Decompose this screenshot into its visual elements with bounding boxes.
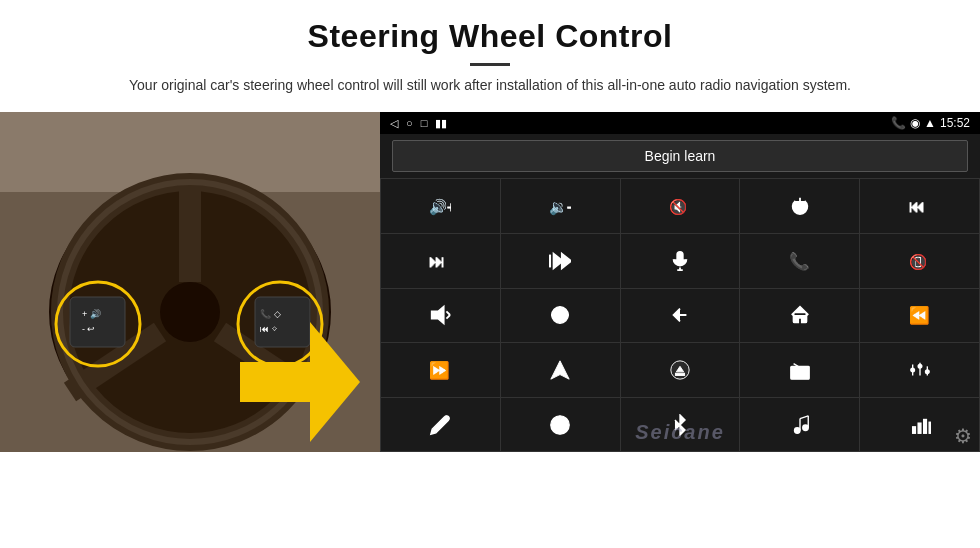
vol-up-button[interactable]: 🔊+ (381, 179, 500, 233)
vol-down-button[interactable]: 🔉- (501, 179, 620, 233)
music-button[interactable] (740, 398, 859, 452)
content-area: + 🔊 - ↩ 📞 ◇ ⏮ ◇ ◁ (0, 112, 980, 548)
steering-wheel-svg: + 🔊 - ↩ 📞 ◇ ⏮ ◇ (0, 112, 380, 452)
settings-circle-button[interactable] (501, 398, 620, 452)
radio-button[interactable] (740, 343, 859, 397)
recent-nav-icon[interactable]: □ (421, 117, 428, 129)
svg-rect-64 (918, 423, 921, 433)
gear-icon[interactable]: ⚙ (954, 424, 972, 448)
steering-wheel-panel: + 🔊 - ↩ 📞 ◇ ⏮ ◇ (0, 112, 380, 452)
title-divider (470, 63, 510, 66)
power-button[interactable] (740, 179, 859, 233)
prev-track-button[interactable]: ⏮ (860, 179, 979, 233)
horn-button[interactable] (381, 289, 500, 343)
rewind-button[interactable]: ⏪ (860, 289, 979, 343)
svg-marker-24 (562, 253, 571, 268)
svg-text:⏭: ⏭ (429, 251, 446, 269)
svg-point-53 (557, 422, 563, 428)
page: Steering Wheel Control Your original car… (0, 0, 980, 548)
pen-button[interactable] (381, 398, 500, 452)
location-icon: ◉ (910, 116, 920, 130)
media-icon: ▮▮ (435, 117, 447, 130)
svg-text:🔇: 🔇 (669, 198, 688, 216)
svg-text:+ 🔊: + 🔊 (82, 308, 102, 320)
svg-text:⏩: ⏩ (429, 359, 450, 380)
begin-learn-button[interactable]: Begin learn (392, 140, 968, 172)
svg-text:⏮ ◇: ⏮ ◇ (260, 324, 277, 334)
svg-point-4 (160, 282, 220, 342)
back-button[interactable] (621, 289, 740, 343)
svg-text:📞: 📞 (789, 250, 810, 271)
navigate-button[interactable] (501, 343, 620, 397)
eject-button[interactable] (621, 343, 740, 397)
control-grid: 🔊+ 🔉- 🔇 ⏮ ⏭ (380, 178, 980, 452)
svg-rect-12 (255, 297, 310, 347)
svg-point-59 (803, 425, 809, 431)
status-right: 📞 ◉ ▲ 15:52 (891, 116, 970, 130)
svg-point-47 (910, 368, 914, 372)
svg-text:360°: 360° (557, 315, 567, 320)
svg-text:🔉-: 🔉- (549, 198, 571, 216)
status-bar: ◁ ○ □ ▮▮ 📞 ◉ ▲ 15:52 (380, 112, 980, 134)
phone-call-button[interactable]: 📞 (740, 234, 859, 288)
phone-icon: 📞 (891, 116, 906, 130)
next-track-button[interactable]: ⏭ (381, 234, 500, 288)
svg-text:⏪: ⏪ (909, 305, 930, 326)
svg-marker-29 (432, 307, 444, 324)
view-360-button[interactable]: 360° (501, 289, 620, 343)
bluetooth-button[interactable] (621, 398, 740, 452)
subtitle-text: Your original car's steering wheel contr… (60, 74, 920, 96)
home-button[interactable] (740, 289, 859, 343)
mute-button[interactable]: 🔇 (621, 179, 740, 233)
hang-up-button[interactable]: 📵 (860, 234, 979, 288)
svg-rect-66 (929, 422, 931, 433)
eq-button[interactable] (860, 343, 979, 397)
status-left: ◁ ○ □ ▮▮ (390, 117, 447, 130)
wifi-icon: ▲ (924, 116, 936, 130)
time-display: 15:52 (940, 116, 970, 130)
begin-learn-bar: Begin learn (380, 134, 980, 178)
svg-text:📵: 📵 (909, 252, 928, 270)
header-section: Steering Wheel Control Your original car… (0, 0, 980, 104)
svg-rect-65 (923, 419, 926, 433)
android-ui-panel: ◁ ○ □ ▮▮ 📞 ◉ ▲ 15:52 Begin learn (380, 112, 980, 452)
svg-text:- ↩: - ↩ (82, 324, 96, 334)
ff-mute-button[interactable] (501, 234, 620, 288)
svg-marker-38 (551, 361, 569, 379)
fast-forward-button[interactable]: ⏩ (381, 343, 500, 397)
svg-point-49 (918, 364, 922, 368)
svg-text:📞 ◇: 📞 ◇ (260, 308, 281, 320)
home-nav-icon[interactable]: ○ (406, 117, 413, 129)
svg-text:⏮: ⏮ (909, 197, 926, 215)
back-nav-icon[interactable]: ◁ (390, 117, 398, 130)
svg-text:🔊+: 🔊+ (429, 198, 451, 216)
steering-wheel-bg: + 🔊 - ↩ 📞 ◇ ⏮ ◇ (0, 112, 380, 452)
svg-point-43 (801, 370, 807, 376)
mic-button[interactable] (621, 234, 740, 288)
svg-point-51 (925, 370, 929, 374)
svg-line-31 (447, 315, 451, 319)
svg-rect-9 (70, 297, 125, 347)
svg-rect-41 (675, 373, 684, 375)
page-title: Steering Wheel Control (60, 18, 920, 55)
svg-rect-63 (912, 426, 915, 432)
svg-point-58 (794, 427, 800, 433)
svg-line-62 (800, 415, 808, 418)
